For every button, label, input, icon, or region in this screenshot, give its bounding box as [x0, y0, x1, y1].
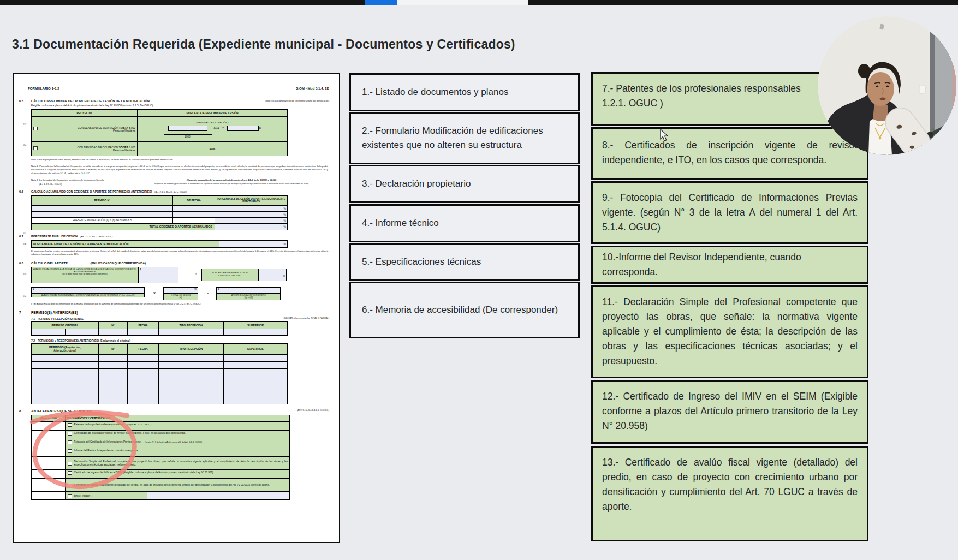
dom-cell[interactable] — [32, 457, 66, 469]
input-cell[interactable] — [159, 397, 224, 404]
input-cell[interactable] — [224, 383, 288, 390]
input-avaluo-vigente[interactable]: $ — [138, 267, 178, 283]
avaluo-vigente-label: AVALÚO FISCAL VIGENTE A LA FECHA DE LA S… — [31, 267, 138, 283]
checkbox[interactable] — [68, 440, 72, 445]
input-cell[interactable] — [32, 361, 99, 368]
input-cell[interactable] — [224, 390, 288, 397]
nota-3-numerator: (Carga de ocupación del proyecto calcula… — [134, 178, 329, 182]
checkbox[interactable] — [68, 494, 72, 498]
input-avaluo-incrementado[interactable]: $ — [31, 287, 145, 293]
input-cell[interactable] — [128, 397, 159, 404]
pct-cell[interactable]: % — [215, 211, 288, 217]
dom-cell[interactable] — [32, 470, 66, 478]
list-item-text: 9.- Fotocopia del Certificado de Informa… — [602, 192, 858, 233]
input-pct-final[interactable]: % — [163, 287, 198, 293]
input-cell[interactable] — [99, 383, 128, 390]
section-number: 6.6 — [19, 190, 31, 230]
input-cell[interactable] — [159, 361, 224, 368]
input-cell[interactable] — [99, 390, 128, 397]
dom-cell[interactable] — [32, 439, 66, 448]
input-fecha[interactable] — [173, 205, 215, 211]
input-cell[interactable] — [99, 329, 128, 335]
row-label-a: (a) — [23, 122, 26, 125]
dash-cell: - — [173, 217, 215, 223]
checkbox-densidad-hasta[interactable] — [33, 127, 38, 131]
input-cell[interactable] — [159, 354, 224, 361]
list-item-9: 9.- Fotocopia del Certificado de Informa… — [591, 181, 868, 244]
input-cell[interactable] — [159, 390, 224, 397]
row-label-c: (c) — [23, 231, 26, 234]
input-cell[interactable] — [128, 361, 159, 368]
checklist-row: Patentes de los profesionales responsabl… — [66, 422, 289, 430]
input-permiso[interactable] — [32, 211, 173, 217]
dom-cell[interactable] — [32, 422, 66, 430]
input-cell[interactable] — [32, 376, 99, 383]
input-cell[interactable] — [224, 368, 288, 376]
progress-segment-blue — [365, 0, 397, 5]
input-densidad[interactable] — [168, 126, 207, 131]
dom-cell[interactable] — [32, 492, 66, 499]
input-cell[interactable] — [128, 354, 159, 361]
input-cell[interactable] — [99, 397, 128, 404]
input-cell[interactable] — [65, 329, 99, 335]
input-cell[interactable] — [32, 354, 99, 361]
checklist-row: Declaración Simple del Profesional compe… — [66, 457, 289, 469]
form-code: S.OM - Mod 5.1.4. 1B — [296, 86, 329, 90]
input-cell[interactable] — [224, 354, 288, 361]
input-beneficio[interactable]: % — [258, 269, 287, 281]
input-cell[interactable] — [224, 376, 288, 383]
input-fecha[interactable] — [173, 211, 215, 217]
section-side-note: (sólo en casos de proyectos de crecimien… — [265, 100, 329, 102]
dom-cell[interactable] — [32, 448, 66, 456]
checkbox[interactable] — [68, 432, 72, 436]
dom-cell[interactable] — [32, 479, 66, 491]
row-label-d: (d) — [23, 242, 26, 245]
input-aporte[interactable]: $ — [216, 287, 281, 293]
checkbox[interactable] — [68, 423, 72, 427]
list-item-10: 10.-Informe del Revisor Independiente, c… — [591, 246, 868, 284]
input-cell[interactable] — [128, 329, 159, 335]
dom-cell[interactable] — [32, 431, 66, 439]
input-cell[interactable] — [224, 361, 288, 368]
pct-cell[interactable]: % — [215, 217, 288, 223]
input-cell[interactable] — [159, 383, 224, 390]
list-item-text: 10.-Informe del Revisor Independiente, c… — [602, 250, 858, 279]
input-cell[interactable] — [224, 329, 288, 335]
input-cell[interactable] — [159, 329, 224, 335]
checkbox[interactable] — [68, 449, 72, 454]
pct-cell[interactable]: % — [215, 205, 288, 211]
input-cell[interactable] — [32, 397, 99, 404]
input-otros[interactable] — [147, 492, 289, 499]
video-progress-bar[interactable] — [0, 0, 958, 5]
input-permiso[interactable] — [32, 205, 173, 211]
input-cell[interactable] — [224, 397, 288, 404]
input-cell[interactable] — [32, 383, 99, 390]
input-cell[interactable] — [99, 376, 128, 383]
presenter-webcam-video[interactable] — [818, 16, 956, 155]
input-cell[interactable] — [128, 383, 159, 390]
list-item-text: 8.- Certificados de inscripción vigente … — [602, 140, 858, 165]
input-cell[interactable] — [128, 390, 159, 397]
table-6-6: (c) PERMISO N° DE FECHA PORCENTAJES DE C… — [31, 195, 288, 230]
pct-cell[interactable]: % — [215, 223, 288, 230]
equals-sign: = — [222, 127, 224, 129]
section-title: PORCENTAJE FINAL DE CESIÓN — [31, 235, 78, 238]
input-cell[interactable] — [32, 329, 66, 335]
checkbox[interactable] — [68, 471, 72, 475]
checkbox[interactable] — [68, 484, 72, 488]
input-cell[interactable] — [159, 376, 224, 383]
section-title: CÁLCULO ACUMULADO CON CESIONES O APORTES… — [31, 190, 152, 193]
input-cell[interactable] — [99, 368, 128, 376]
input-cell[interactable] — [128, 376, 159, 383]
input-cell[interactable] — [159, 368, 224, 376]
pct-cell[interactable]: % — [219, 240, 288, 247]
input-cell[interactable] — [32, 368, 99, 376]
input-porcentaje[interactable] — [227, 126, 259, 131]
checkbox-densidad-sobre[interactable] — [33, 146, 38, 151]
checkbox[interactable] — [68, 462, 72, 466]
input-cell[interactable] — [128, 368, 159, 376]
input-cell[interactable] — [99, 361, 128, 368]
input-cell[interactable] — [32, 390, 99, 397]
section-7-1-header: 7.1 PERMISO y RECEPCIÓN ORIGINAL (INDICA… — [31, 317, 329, 320]
input-cell[interactable] — [99, 354, 128, 361]
